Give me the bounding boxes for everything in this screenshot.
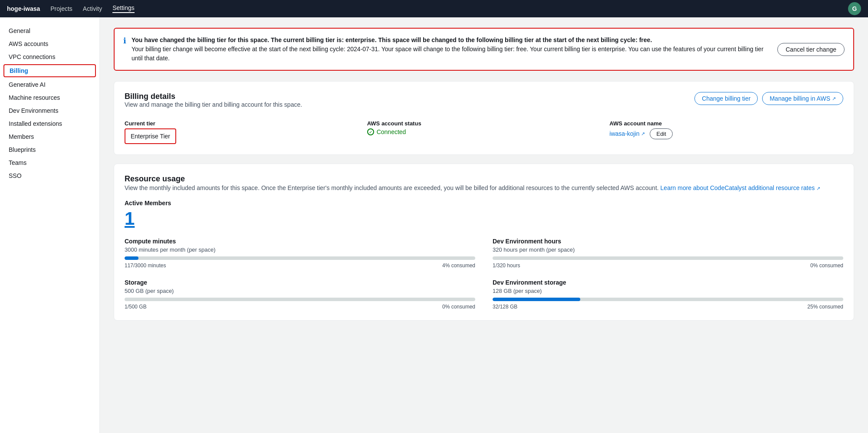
- info-icon: ℹ: [123, 36, 126, 46]
- sidebar-item-installed-extensions[interactable]: Installed extensions: [0, 117, 99, 130]
- progress-bg-storage: [125, 298, 475, 301]
- progress-fill-compute-minutes: [125, 256, 138, 260]
- learn-more-external-icon: ↗: [816, 186, 820, 191]
- aws-status-label: AWS account status: [367, 120, 601, 127]
- sidebar-item-teams[interactable]: Teams: [0, 156, 99, 169]
- brand-logo[interactable]: hoge-iwasa: [7, 5, 40, 12]
- page-layout: General AWS accounts VPC connections Bil…: [0, 17, 868, 433]
- resource-item-storage: Storage 500 GB (per space) 1/500 GB 0% c…: [125, 279, 475, 310]
- resource-percent-storage: 0% consumed: [442, 304, 475, 310]
- resource-percent-dev-env-storage: 25% consumed: [807, 304, 843, 310]
- top-nav: hoge-iwasa Projects Activity Settings G: [0, 0, 868, 17]
- billing-details-title: Billing details: [125, 92, 302, 101]
- progress-bg-dev-env-hours: [493, 256, 843, 260]
- sidebar-item-generative-ai[interactable]: Generative AI: [0, 78, 99, 91]
- nav-projects[interactable]: Projects: [50, 5, 72, 12]
- nav-activity[interactable]: Activity: [83, 5, 102, 12]
- sidebar-item-machine-resources[interactable]: Machine resources: [0, 91, 99, 104]
- resource-sub-dev-env-storage: 128 GB (per space): [493, 288, 843, 294]
- billing-details-actions: Change billing tier Manage billing in AW…: [694, 92, 843, 105]
- sidebar-item-sso[interactable]: SSO: [0, 169, 99, 182]
- progress-bg-compute-minutes: [125, 256, 475, 260]
- resource-label-dev-env-hours: Dev Environment hours: [493, 238, 843, 245]
- current-tier-value: Enterprise Tier: [131, 133, 170, 140]
- aws-account-name-field: AWS account name iwasa-kojin ↗ Edit: [609, 120, 843, 144]
- connected-icon: ✓: [367, 128, 374, 135]
- external-link-icon: ↗: [832, 96, 836, 102]
- sidebar-item-aws-accounts[interactable]: AWS accounts: [0, 37, 99, 50]
- sidebar-item-dev-environments[interactable]: Dev Environments: [0, 104, 99, 117]
- resource-item-dev-env-storage: Dev Environment storage 128 GB (per spac…: [493, 279, 843, 310]
- billing-details-card: Billing details View and manage the bill…: [114, 81, 854, 155]
- nav-settings[interactable]: Settings: [112, 4, 135, 13]
- alert-text-bold: You have changed the billing tier for th…: [132, 36, 652, 43]
- user-avatar[interactable]: G: [848, 2, 861, 15]
- resource-used-storage: 1/500 GB: [125, 304, 147, 310]
- alert-text-detail: Your billing tier change will become eff…: [132, 46, 763, 62]
- current-tier-field: Current tier Enterprise Tier: [125, 120, 358, 144]
- resource-item-dev-env-hours: Dev Environment hours 320 hours per mont…: [493, 238, 843, 269]
- resource-used-compute-minutes: 117/3000 minutes: [125, 262, 166, 269]
- learn-more-link[interactable]: Learn more about CodeCatalyst additional…: [661, 184, 821, 191]
- resource-footer-dev-env-hours: 1/320 hours 0% consumed: [493, 262, 843, 269]
- aws-account-link[interactable]: iwasa-kojin ↗: [609, 130, 644, 137]
- resource-sub-compute-minutes: 3000 minutes per month (per space): [125, 246, 475, 253]
- sidebar-item-vpc-connections[interactable]: VPC connections: [0, 50, 99, 63]
- main-content: ℹ You have changed the billing tier for …: [100, 17, 868, 433]
- resource-label-dev-env-storage: Dev Environment storage: [493, 279, 843, 286]
- sidebar-item-members[interactable]: Members: [0, 130, 99, 143]
- active-members-count[interactable]: 1: [125, 208, 135, 229]
- resource-usage-title: Resource usage: [125, 174, 843, 184]
- resource-footer-dev-env-storage: 32/128 GB 25% consumed: [493, 304, 843, 310]
- change-billing-tier-button[interactable]: Change billing tier: [694, 92, 758, 105]
- resource-usage-card: Resource usage View the monthly included…: [114, 164, 854, 321]
- resource-percent-dev-env-hours: 0% consumed: [810, 262, 843, 269]
- aws-account-name-label: AWS account name: [609, 120, 843, 127]
- resource-usage-desc: View the monthly included amounts for th…: [125, 184, 843, 193]
- sidebar: General AWS accounts VPC connections Bil…: [0, 17, 100, 433]
- resource-grid: Compute minutes 3000 minutes per month (…: [125, 238, 843, 310]
- resource-label-compute-minutes: Compute minutes: [125, 238, 475, 245]
- current-tier-box: Enterprise Tier: [125, 128, 176, 144]
- resource-sub-storage: 500 GB (per space): [125, 288, 475, 294]
- aws-account-external-icon: ↗: [641, 131, 645, 137]
- resource-percent-compute-minutes: 4% consumed: [442, 262, 475, 269]
- sidebar-item-billing[interactable]: Billing: [3, 64, 96, 77]
- sidebar-item-general[interactable]: General: [0, 24, 99, 37]
- current-tier-label: Current tier: [125, 120, 358, 127]
- billing-details-subtitle: View and manage the billing tier and bil…: [125, 101, 302, 108]
- aws-status-value: ✓ Connected: [367, 128, 601, 135]
- alert-text: You have changed the billing tier for th…: [132, 36, 772, 63]
- edit-aws-account-button[interactable]: Edit: [650, 128, 672, 139]
- active-members-label: Active Members: [125, 200, 843, 207]
- aws-status-field: AWS account status ✓ Connected: [367, 120, 601, 144]
- resource-sub-dev-env-hours: 320 hours per month (per space): [493, 246, 843, 253]
- billing-details-grid: Current tier Enterprise Tier AWS account…: [125, 120, 843, 144]
- billing-tier-alert: ℹ You have changed the billing tier for …: [114, 28, 854, 71]
- resource-item-compute-minutes: Compute minutes 3000 minutes per month (…: [125, 238, 475, 269]
- resource-used-dev-env-hours: 1/320 hours: [493, 262, 520, 269]
- billing-details-header: Billing details View and manage the bill…: [125, 92, 843, 117]
- progress-bg-dev-env-storage: [493, 298, 843, 301]
- progress-fill-dev-env-storage: [493, 298, 580, 301]
- resource-used-dev-env-storage: 32/128 GB: [493, 304, 517, 310]
- resource-label-storage: Storage: [125, 279, 475, 286]
- manage-billing-aws-button[interactable]: Manage billing in AWS ↗: [762, 92, 843, 105]
- aws-account-name-value-row: iwasa-kojin ↗ Edit: [609, 128, 843, 139]
- sidebar-item-blueprints[interactable]: Blueprints: [0, 143, 99, 156]
- billing-details-title-group: Billing details View and manage the bill…: [125, 92, 302, 117]
- resource-footer-storage: 1/500 GB 0% consumed: [125, 304, 475, 310]
- resource-footer-compute-minutes: 117/3000 minutes 4% consumed: [125, 262, 475, 269]
- cancel-tier-button[interactable]: Cancel tier change: [777, 43, 845, 56]
